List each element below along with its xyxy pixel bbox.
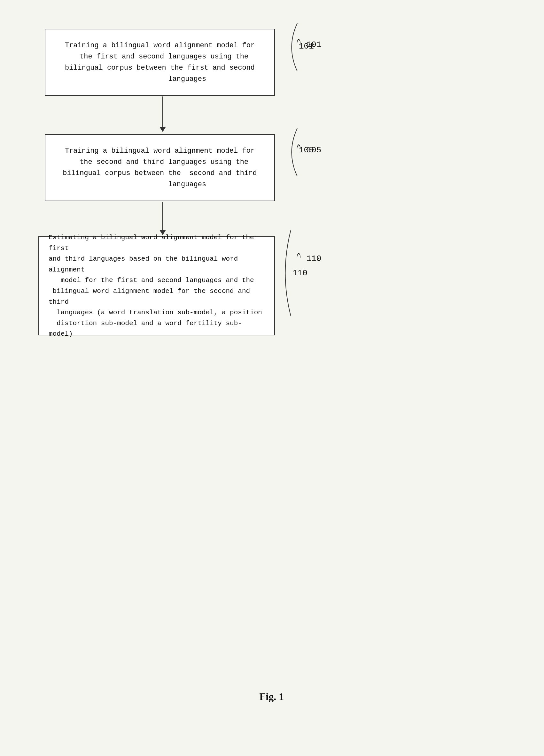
label-110-text: 110 [293, 268, 308, 278]
bracket-svg-110 [278, 228, 294, 318]
bracket-110: ⌒ [297, 249, 301, 264]
arrow-1-head [159, 127, 166, 132]
arrow-1 [159, 96, 166, 132]
box-105-text: Training a bilingual word alignment mode… [53, 139, 266, 197]
box-101: Training a bilingual word alignment mode… [45, 29, 275, 96]
bracket-svg-105 [285, 127, 301, 178]
figure-label: Fig. 1 [259, 691, 284, 703]
arrow-1-line [162, 96, 163, 127]
label-101-text: 101 [299, 42, 314, 51]
box-105: Training a bilingual word alignment mode… [45, 134, 275, 201]
diagram-container: Training a bilingual word alignment mode… [26, 19, 518, 722]
box-110: Estimating a bilingual word alignment mo… [38, 236, 275, 335]
bracket-svg-101 [285, 22, 301, 73]
box-110-text: Estimating a bilingual word alignment mo… [39, 226, 274, 346]
box-101-text: Training a bilingual word alignment mode… [55, 34, 264, 91]
label-105-text: 105 [299, 145, 314, 155]
label-110: ⌒ 110 [294, 249, 321, 264]
